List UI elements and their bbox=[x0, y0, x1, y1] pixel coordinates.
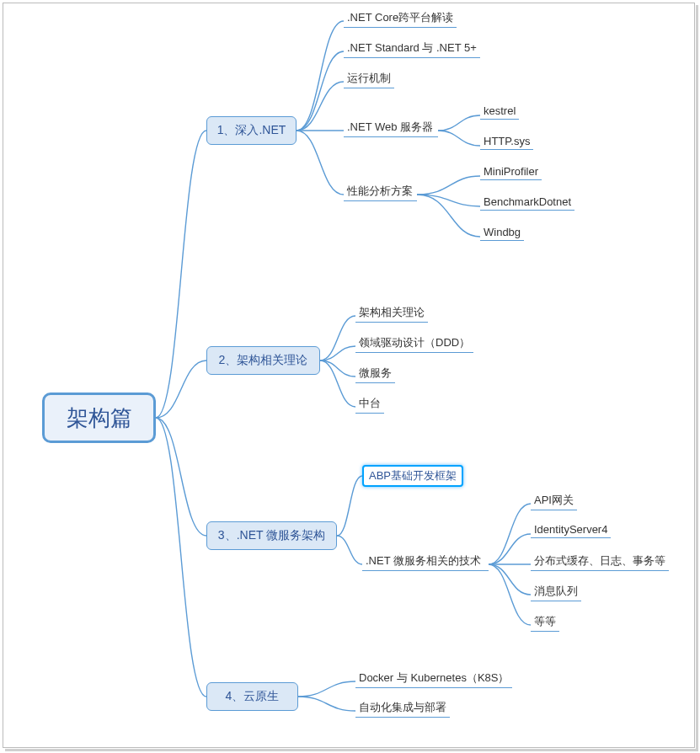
connectors bbox=[0, 0, 700, 753]
leaf-distributed-cache[interactable]: 分布式缓存、日志、事务等 bbox=[531, 553, 669, 571]
leaf-dotnet-ms-tech[interactable]: .NET 微服务相关的技术 bbox=[362, 553, 489, 571]
branch-deep-dotnet[interactable]: 1、深入.NET bbox=[206, 116, 297, 145]
leaf-identityserver4[interactable]: IdentityServer4 bbox=[531, 523, 611, 538]
leaf-microservices[interactable]: 微服务 bbox=[355, 366, 395, 383]
leaf-netstandard-net5[interactable]: .NET Standard 与 .NET 5+ bbox=[344, 40, 480, 58]
leaf-kestrel[interactable]: kestrel bbox=[480, 104, 519, 120]
leaf-arch-theory[interactable]: 架构相关理论 bbox=[355, 305, 428, 323]
leaf-etc[interactable]: 等等 bbox=[531, 614, 559, 632]
branch-arch-theory[interactable]: 2、架构相关理论 bbox=[206, 346, 320, 375]
leaf-benchmarkdotnet[interactable]: BenchmarkDotnet bbox=[480, 195, 574, 211]
leaf-ddd[interactable]: 领域驱动设计（DDD） bbox=[355, 335, 473, 353]
leaf-api-gateway[interactable]: API网关 bbox=[531, 493, 577, 510]
leaf-runtime[interactable]: 运行机制 bbox=[344, 71, 394, 88]
leaf-windbg[interactable]: Windbg bbox=[480, 226, 524, 241]
leaf-perf-analysis[interactable]: 性能分析方案 bbox=[344, 184, 417, 201]
leaf-web-server[interactable]: .NET Web 服务器 bbox=[344, 120, 438, 137]
leaf-httpsys[interactable]: HTTP.sys bbox=[480, 135, 533, 150]
leaf-abp-framework[interactable]: ABP基础开发框架 bbox=[362, 465, 463, 487]
diagram-frame bbox=[3, 3, 695, 748]
leaf-message-queue[interactable]: 消息队列 bbox=[531, 584, 581, 601]
leaf-cicd[interactable]: 自动化集成与部署 bbox=[355, 700, 450, 718]
branch-dotnet-microservice[interactable]: 3、.NET 微服务架构 bbox=[206, 521, 337, 550]
branch-cloud-native[interactable]: 4、云原生 bbox=[206, 682, 298, 711]
leaf-docker-k8s[interactable]: Docker 与 Kubernetes（K8S） bbox=[355, 670, 512, 688]
root-node[interactable]: 架构篇 bbox=[42, 393, 156, 443]
leaf-miniprofiler[interactable]: MiniProfiler bbox=[480, 165, 542, 180]
leaf-middle-platform[interactable]: 中台 bbox=[355, 396, 384, 414]
leaf-netcore-crossplatform[interactable]: .NET Core跨平台解读 bbox=[344, 10, 457, 28]
